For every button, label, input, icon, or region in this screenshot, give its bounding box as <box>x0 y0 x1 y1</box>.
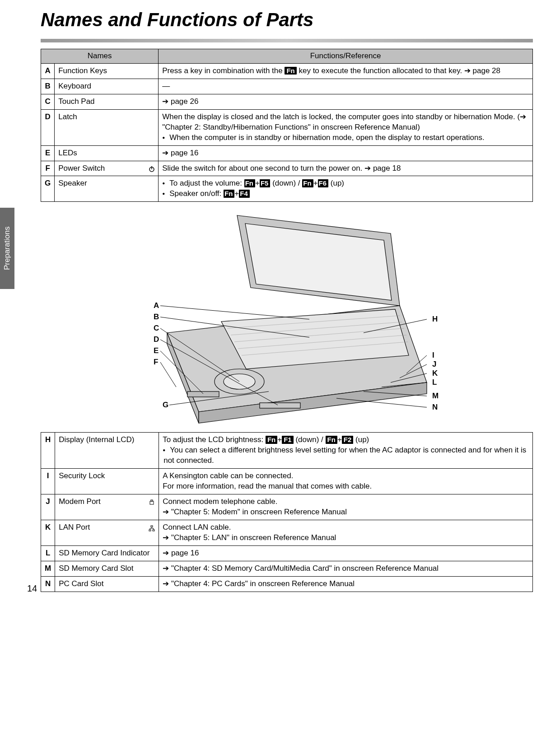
row-function: A Kensington cable can be connected.For … <box>159 469 533 494</box>
diagram-label-D: D <box>154 335 159 344</box>
parts-table-top: Names Functions/Reference AFunction Keys… <box>41 49 533 202</box>
diagram-label-M: M <box>432 391 439 400</box>
row-letter: D <box>41 109 55 145</box>
row-function: Connect LAN cable.➔ "Chapter 5: LAN" in … <box>159 520 533 545</box>
power-icon <box>148 165 154 172</box>
laptop-diagram: ABCDEFG HIJKLMN <box>41 202 533 432</box>
diagram-label-N: N <box>432 403 438 411</box>
table-row: LSD Memory Card Indicator➔ page 16 <box>41 545 533 561</box>
row-name: SD Memory Card Slot <box>55 561 159 576</box>
diagram-label-F: F <box>154 358 158 366</box>
row-letter: N <box>41 576 55 592</box>
svg-rect-10 <box>260 403 300 408</box>
row-letter: E <box>41 145 55 161</box>
row-name: Security Lock <box>55 469 159 494</box>
table-row: HDisplay (Internal LCD)To adjust the LCD… <box>41 433 533 469</box>
row-letter: K <box>41 520 55 545</box>
row-function: To adjust the LCD brightness: Fn+F1 (dow… <box>159 433 533 469</box>
row-name: LAN Port <box>55 520 159 545</box>
row-letter: M <box>41 561 55 576</box>
page-number: 14 <box>27 583 37 594</box>
row-letter: B <box>41 79 55 94</box>
row-name: SD Memory Card Indicator <box>55 545 159 561</box>
row-letter: G <box>41 176 55 202</box>
svg-rect-33 <box>151 526 153 527</box>
table-row: CTouch Pad➔ page 26 <box>41 94 533 109</box>
table-row: AFunction KeysPress a key in combination… <box>41 63 533 79</box>
row-name: Latch <box>55 109 159 145</box>
modem-icon <box>149 499 155 505</box>
row-letter: L <box>41 545 55 561</box>
row-name: Touch Pad <box>55 94 159 109</box>
row-function: ➔ page 16 <box>159 545 533 561</box>
svg-line-22 <box>160 362 176 387</box>
row-function: Press a key in combination with the Fn k… <box>159 63 533 79</box>
table-row: MSD Memory Card Slot➔ "Chapter 4: SD Mem… <box>41 561 533 576</box>
row-name: LEDs <box>55 145 159 161</box>
svg-line-17 <box>160 306 309 319</box>
row-name: Power Switch <box>55 161 159 176</box>
table-row: BKeyboard— <box>41 79 533 94</box>
diagram-label-J: J <box>432 360 436 368</box>
row-name: Speaker <box>55 176 159 202</box>
table-row: FPower SwitchSlide the switch for about … <box>41 161 533 176</box>
diagram-label-A: A <box>154 301 159 310</box>
row-letter: H <box>41 433 55 469</box>
svg-rect-32 <box>151 500 153 501</box>
header-functions: Functions/Reference <box>159 49 533 64</box>
row-function: Connect modem telephone cable.➔ "Chapter… <box>159 494 533 520</box>
row-function: ➔ "Chapter 4: SD Memory Card/MultiMedia … <box>159 561 533 576</box>
diagram-label-H: H <box>432 315 438 323</box>
table-row: JModem PortConnect modem telephone cable… <box>41 494 533 520</box>
page-title: Names and Functions of Parts <box>41 9 533 31</box>
row-function: — <box>159 79 533 94</box>
diagram-label-L: L <box>432 378 437 387</box>
svg-rect-31 <box>150 501 154 504</box>
table-row: GSpeakerTo adjust the volume: Fn+F5 (dow… <box>41 176 533 202</box>
lan-icon <box>149 524 155 531</box>
diagram-label-G: G <box>163 401 168 409</box>
row-function: ➔ page 16 <box>159 145 533 161</box>
table-row: ISecurity LockA Kensington cable can be … <box>41 469 533 494</box>
parts-table-bottom: HDisplay (Internal LCD)To adjust the LCD… <box>41 432 533 592</box>
row-letter: I <box>41 469 55 494</box>
row-function: ➔ page 26 <box>159 94 533 109</box>
svg-rect-11 <box>187 391 219 397</box>
row-name: PC Card Slot <box>55 576 159 592</box>
row-function: When the display is closed and the latch… <box>159 109 533 145</box>
divider <box>41 39 533 42</box>
row-name: Keyboard <box>55 79 159 94</box>
row-function: Slide the switch for about one second to… <box>159 161 533 176</box>
row-letter: A <box>41 63 55 79</box>
row-letter: F <box>41 161 55 176</box>
table-row: DLatchWhen the display is closed and the… <box>41 109 533 145</box>
table-row: KLAN PortConnect LAN cable.➔ "Chapter 5:… <box>41 520 533 545</box>
row-name: Modem Port <box>55 494 159 520</box>
diagram-label-K: K <box>432 369 438 378</box>
diagram-label-E: E <box>154 346 159 355</box>
row-name: Function Keys <box>55 63 159 79</box>
row-letter: C <box>41 94 55 109</box>
diagram-label-I: I <box>432 351 434 359</box>
diagram-label-B: B <box>154 312 159 321</box>
row-function: ➔ "Chapter 4: PC Cards" in onscreen Refe… <box>159 576 533 592</box>
row-name: Display (Internal LCD) <box>55 433 159 469</box>
svg-rect-34 <box>149 530 151 531</box>
row-function: To adjust the volume: Fn+F5 (down) / Fn+… <box>159 176 533 202</box>
row-letter: J <box>41 494 55 520</box>
diagram-label-C: C <box>154 324 159 332</box>
table-row: NPC Card Slot➔ "Chapter 4: PC Cards" in … <box>41 576 533 592</box>
header-names: Names <box>41 49 159 64</box>
table-row: ELEDs➔ page 16 <box>41 145 533 161</box>
svg-rect-35 <box>153 530 154 531</box>
